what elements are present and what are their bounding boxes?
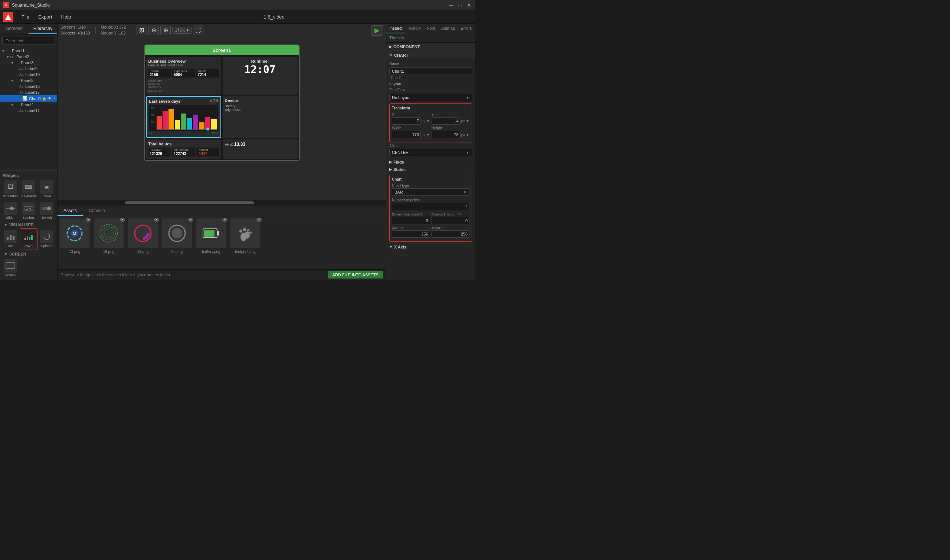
fps-card: FPS: 13.33 bbox=[223, 140, 298, 159]
screen-header[interactable]: ▼ SCREEN bbox=[2, 250, 56, 258]
tree-item-panel4[interactable]: ▼ □ Panel4 bbox=[0, 102, 57, 108]
tree-item-label10[interactable]: ▶ Aa Label10 bbox=[0, 72, 57, 77]
image-toggle-button[interactable]: 🖼 bbox=[137, 26, 147, 35]
eye-icon[interactable]: 👁 bbox=[48, 97, 51, 100]
align-label: Align bbox=[389, 144, 472, 148]
states-header[interactable]: ▶ States bbox=[389, 166, 472, 173]
tree-item-panel5[interactable]: ▼ □ Panel5 bbox=[0, 77, 57, 83]
asset-close-button[interactable]: ✕ bbox=[188, 218, 193, 222]
align-value[interactable]: CENTER ▼ bbox=[389, 149, 472, 156]
export-menu[interactable]: Export bbox=[34, 12, 56, 21]
x-axis-header[interactable]: ▼ X Axis bbox=[389, 243, 472, 251]
width-input[interactable] bbox=[392, 131, 421, 138]
search-input[interactable] bbox=[2, 37, 55, 45]
play-button[interactable]: ▶ bbox=[371, 25, 383, 35]
y-input[interactable] bbox=[432, 117, 461, 125]
tab-themes[interactable]: Themes bbox=[386, 33, 407, 42]
chart-handle[interactable] bbox=[206, 128, 209, 131]
tab-assets[interactable]: Assets bbox=[57, 206, 83, 216]
asset-thumb[interactable]: ✕ M bbox=[60, 218, 89, 248]
num-points-input[interactable] bbox=[392, 203, 469, 210]
zoom-out-button[interactable]: ⊖ bbox=[148, 26, 159, 35]
profit-label: PROFIT bbox=[198, 148, 217, 152]
tree-item-panel3[interactable]: ▼ □ Panel3 bbox=[0, 60, 57, 66]
svg-point-6 bbox=[47, 206, 51, 210]
widget-roller[interactable]: ▣ Roller bbox=[38, 179, 56, 200]
widget-bar[interactable]: Bar bbox=[2, 228, 19, 250]
horizontal-scrollbar[interactable] bbox=[60, 202, 383, 205]
zoom-y-input[interactable] bbox=[432, 230, 470, 238]
tab-hierarchy[interactable]: Hierarchy bbox=[29, 24, 57, 34]
maximize-button[interactable]: □ bbox=[457, 2, 463, 8]
tree-item-panel1[interactable]: ▼ □ Panel1 bbox=[0, 48, 57, 54]
today-label: Todet: bbox=[198, 69, 217, 73]
app-title: SquareLine_Studio bbox=[12, 3, 50, 8]
flags-header[interactable]: ▶ Flags bbox=[389, 158, 472, 166]
asset-thumb[interactable]: ✕ bbox=[230, 218, 260, 248]
zoom-in-button[interactable]: ⊕ bbox=[160, 26, 171, 35]
name-value[interactable]: Chart1 bbox=[389, 68, 472, 75]
asset-close-button[interactable]: ✕ bbox=[222, 218, 227, 222]
svg-rect-12 bbox=[29, 237, 31, 240]
scrollbar-thumb[interactable] bbox=[125, 202, 254, 205]
tab-animati[interactable]: Animati bbox=[438, 24, 458, 33]
tab-font[interactable]: Font bbox=[424, 24, 438, 33]
asset-thumb[interactable]: ✕ bbox=[162, 218, 192, 248]
component-header[interactable]: ▶ COMPONENT bbox=[386, 43, 475, 51]
x-input[interactable] bbox=[392, 117, 421, 125]
panel-icon: □ bbox=[11, 55, 16, 59]
asset-thumb[interactable]: ✕ bbox=[128, 218, 158, 248]
tree-item-label16[interactable]: ▶ Aa Label16 bbox=[0, 83, 57, 89]
runtime-label: Runtime: bbox=[225, 59, 295, 63]
mini-chart bbox=[149, 105, 218, 131]
widget-keyboard[interactable]: ⌨ Keyboard bbox=[20, 179, 37, 200]
visualiser-header[interactable]: ▼ VISUALISER bbox=[2, 221, 56, 228]
svg-rect-16 bbox=[9, 269, 11, 269]
zoom-level[interactable]: 175% ▾ bbox=[172, 27, 191, 34]
widget-imgbutton[interactable]: 🖼 Imgbutton bbox=[2, 179, 19, 200]
tree-item-label11[interactable]: ▶ Aa Label11 bbox=[0, 108, 57, 114]
minimize-button[interactable]: ─ bbox=[448, 2, 454, 8]
tree-item-label9[interactable]: ▶ Aa Label9 bbox=[0, 66, 57, 72]
div-y-input[interactable] bbox=[432, 217, 470, 225]
widget-spinbox[interactable]: ▲▼ Spinbox bbox=[20, 200, 37, 221]
tab-console[interactable]: Console bbox=[83, 206, 111, 216]
help-menu[interactable]: Help bbox=[57, 12, 75, 21]
asset-close-button[interactable]: ✕ bbox=[86, 218, 91, 222]
tab-history[interactable]: History bbox=[405, 24, 424, 33]
chart-main-header[interactable]: ▼ CHART bbox=[386, 51, 475, 59]
income-stat: Income 2150 bbox=[148, 69, 171, 77]
chart-title: Last seven days bbox=[149, 99, 181, 103]
widget-screen[interactable]: Screen bbox=[2, 258, 19, 278]
asset-thumb[interactable]: ✕ bbox=[94, 218, 123, 248]
widget-chart[interactable]: Chart bbox=[20, 228, 37, 250]
asset-thumb[interactable]: ✕ bbox=[196, 218, 226, 248]
tab-errors[interactable]: Errors bbox=[458, 24, 475, 33]
zoom-x-input[interactable] bbox=[392, 230, 430, 238]
chart-type-value[interactable]: BAR ▼ bbox=[392, 188, 469, 196]
lock-icon[interactable]: 🔒 bbox=[42, 97, 46, 100]
flex-flow-value[interactable]: No Layout ▼ bbox=[389, 94, 472, 101]
flex-flow-label: Flex Flow bbox=[389, 88, 405, 92]
widget-spinner[interactable]: Spinner bbox=[38, 228, 56, 250]
asset-close-button[interactable]: ✕ bbox=[154, 218, 159, 222]
widget-slider[interactable]: Slider bbox=[2, 200, 19, 221]
income-total-value: 121326 bbox=[150, 152, 170, 156]
expand-arrow: ▶ bbox=[389, 168, 392, 171]
tree-item-chart1[interactable]: ▶ 📊 Chart1 🔒 👁 ⋮ bbox=[0, 95, 57, 102]
file-menu[interactable]: File bbox=[18, 12, 33, 21]
tree-item-label17[interactable]: ▶ Aa Label17 bbox=[0, 89, 57, 95]
asset-close-button[interactable]: ✕ bbox=[120, 218, 125, 222]
close-button[interactable]: ✕ bbox=[466, 2, 472, 8]
asset-close-button[interactable]: ✕ bbox=[256, 218, 262, 222]
tab-inspect[interactable]: Inspect bbox=[386, 24, 405, 33]
widget-switch[interactable]: Switch bbox=[38, 200, 56, 221]
div-x-input[interactable] bbox=[392, 217, 430, 225]
chart-card[interactable]: Last seven days MON 75 50 25 bbox=[146, 96, 221, 138]
tab-screens[interactable]: Screens bbox=[0, 24, 29, 34]
tree-item-panel2[interactable]: ▼ □ Panel2 bbox=[0, 54, 57, 60]
fullscreen-button[interactable]: ⛶ bbox=[193, 26, 204, 35]
add-assets-button[interactable]: ADD FILE INTO ASSETS bbox=[328, 271, 383, 278]
more-icon[interactable]: ⋮ bbox=[52, 97, 56, 100]
height-input[interactable] bbox=[432, 131, 461, 138]
